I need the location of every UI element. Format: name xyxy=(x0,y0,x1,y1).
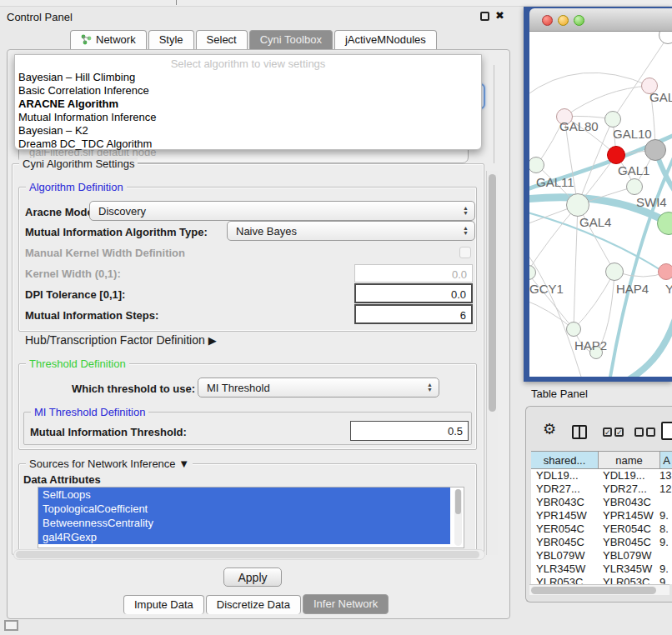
cell: YLR345W xyxy=(596,562,656,576)
table-row[interactable]: YLR053CYLR053C9 xyxy=(531,576,672,584)
threshold-definition-title: Threshold Definition xyxy=(26,358,129,370)
aracne-mode-value: Discovery xyxy=(98,205,146,218)
table-row[interactable]: YDL19...YDL19...13 xyxy=(531,469,672,482)
tab-network[interactable]: Network xyxy=(70,30,147,49)
settings-hscrollbar[interactable] xyxy=(13,549,485,560)
node-label-y: Y xyxy=(665,282,672,296)
collapsed-arrow-icon: ▶ xyxy=(208,334,217,347)
attributes-scrollbar-thumb[interactable] xyxy=(455,489,461,514)
sources-title-label: Sources for Network Inference xyxy=(29,458,176,470)
settings-scrollbar-thumb[interactable] xyxy=(489,174,496,412)
attributes-scrollbar[interactable] xyxy=(454,489,462,546)
document-icon[interactable] xyxy=(661,422,672,440)
mi-steps-input[interactable]: 6 xyxy=(354,304,473,324)
network-node-gal1[interactable] xyxy=(607,146,625,164)
zoom-traffic-light[interactable] xyxy=(574,15,584,26)
settings-scrollbar[interactable] xyxy=(486,171,498,555)
algorithm-option-bayesian-hill-climbing[interactable]: Bayesian – Hill Climbing xyxy=(15,71,481,84)
minimized-panel-icon[interactable] xyxy=(4,620,18,631)
which-threshold-label: Which threshold to use: xyxy=(72,382,195,395)
table-row[interactable]: YBR043CYBR043C xyxy=(531,496,672,509)
cell: YDL19... xyxy=(531,469,596,482)
attribute-betweennesscentrality[interactable]: BetweennessCentrality xyxy=(38,516,450,530)
expanded-arrow-icon: ▼ xyxy=(178,458,189,470)
network-node-gal4[interactable] xyxy=(566,193,589,217)
dpi-tolerance-input[interactable]: 0.0 xyxy=(354,283,473,303)
algorithm-option-dream8[interactable]: Dream8 DC_TDC Algorithm xyxy=(15,138,481,151)
close-traffic-light[interactable] xyxy=(542,15,553,26)
aracne-mode-combo[interactable]: Discovery ▲▼ xyxy=(89,201,475,221)
algorithm-option-mutual-information[interactable]: Mutual Information Inference xyxy=(15,111,481,124)
cell: YER054C xyxy=(531,522,596,536)
attribute-topologicalcoefficient[interactable]: TopologicalCoefficient xyxy=(38,502,450,516)
hub-definition-toggle[interactable]: Hub/Transcription Factor Definition ▶ xyxy=(25,333,217,347)
data-attributes-list[interactable]: SelfLoops TopologicalCoefficient Between… xyxy=(38,487,464,548)
columns-icon[interactable] xyxy=(572,425,587,439)
network-node-gal10[interactable] xyxy=(604,111,621,128)
manual-kernel-checkbox[interactable] xyxy=(459,247,471,258)
column-header-name[interactable]: name xyxy=(599,452,660,468)
algorithm-option-aracne[interactable]: ARACNE Algorithm xyxy=(15,98,481,111)
cell: YBR043C xyxy=(531,496,596,509)
network-node-swi4[interactable] xyxy=(626,178,643,195)
tab-select-label: Select xyxy=(207,33,237,46)
tab-style[interactable]: Style xyxy=(148,30,194,49)
attribute-gal4rgexp[interactable]: gal4RGexp xyxy=(38,530,450,544)
table-hscrollbar[interactable] xyxy=(529,584,669,595)
cell: YLR053C xyxy=(531,576,596,584)
apply-button[interactable]: Apply xyxy=(223,568,282,587)
algorithm-dropdown-placeholder: Select algorithm to view settings xyxy=(15,55,481,71)
network-window-titlebar[interactable] xyxy=(529,8,672,32)
network-node-hap2[interactable] xyxy=(566,322,581,337)
algorithm-definition-title: Algorithm Definition xyxy=(26,181,127,193)
tab-cyni-toolbox-label: Cyni Toolbox xyxy=(260,33,322,46)
tab-cyni-toolbox[interactable]: Cyni Toolbox xyxy=(249,30,333,49)
table-row[interactable]: YPR145WYPR145W9. xyxy=(531,509,672,522)
table-hscrollbar-thumb[interactable] xyxy=(531,587,656,594)
node-label-gal11: GAL11 xyxy=(536,175,574,189)
cell: YBL079W xyxy=(531,549,596,562)
cell: YDL19... xyxy=(596,469,656,482)
tab-discretize-data[interactable]: Discretize Data xyxy=(206,595,301,614)
column-header-shared[interactable]: shared... xyxy=(531,452,599,468)
mi-type-combo[interactable]: Naive Bayes ▲▼ xyxy=(227,221,475,241)
attribute-selfloops[interactable]: SelfLoops xyxy=(38,488,450,502)
tab-infer-network[interactable]: Infer Network xyxy=(303,594,389,614)
float-window-icon[interactable] xyxy=(480,12,489,21)
network-canvas[interactable]: GAL GAL80 GAL10 GAL1 GAL11 SWI4 GAL4 GCY… xyxy=(529,32,672,377)
table-row[interactable]: YBR045CYBR045C9. xyxy=(531,536,672,549)
settings-hscrollbar-thumb[interactable] xyxy=(16,551,479,558)
table-row[interactable]: YLR345WYLR345W9. xyxy=(531,562,672,576)
checked-checkbox-icon[interactable]: ✓ xyxy=(603,428,612,437)
network-node-gray[interactable] xyxy=(644,139,666,161)
algorithm-option-basic-correlation[interactable]: Basic Correlation Inference xyxy=(15,84,481,98)
table-row[interactable]: YER054CYER054C8. xyxy=(531,522,672,536)
checked-checkbox-icon[interactable]: ✓ xyxy=(614,428,624,437)
node-label-swi4: SWI4 xyxy=(636,195,667,209)
network-node-hap4[interactable] xyxy=(605,262,624,281)
kernel-width-input[interactable]: 0.0 xyxy=(354,264,473,282)
unchecked-checkbox-icon[interactable] xyxy=(634,428,644,437)
table-row[interactable]: YBL079WYBL079W xyxy=(531,549,672,562)
tab-jactivemnodules-label: jActiveMNodules xyxy=(345,33,426,46)
table-row[interactable]: YDR27...YDR27...12 xyxy=(531,482,672,496)
unchecked-checkbox-icon[interactable] xyxy=(646,428,655,437)
tab-style-label: Style xyxy=(159,33,183,46)
tab-impute-data[interactable]: Impute Data xyxy=(123,595,204,614)
minimize-traffic-light[interactable] xyxy=(558,15,569,26)
aracne-mode-label: Aracne Mode: xyxy=(25,206,97,218)
algorithm-option-bayesian-k2[interactable]: Bayesian – K2 xyxy=(15,124,481,138)
network-node-y[interactable] xyxy=(658,263,672,280)
sources-title[interactable]: Sources for Network Inference ▼ xyxy=(26,458,193,470)
tab-select[interactable]: Select xyxy=(196,30,248,49)
close-icon[interactable]: ✖ xyxy=(495,9,504,22)
gear-icon[interactable]: ⚙ xyxy=(543,420,556,438)
column-header-third[interactable]: A xyxy=(660,452,672,468)
which-threshold-combo[interactable]: MI Threshold ▲▼ xyxy=(198,378,439,398)
cell: YBR045C xyxy=(596,536,656,549)
hub-definition-label: Hub/Transcription Factor Definition xyxy=(25,333,205,347)
cell: YDR27... xyxy=(596,482,656,496)
mi-threshold-definition-title: MI Threshold Definition xyxy=(31,406,148,418)
mi-threshold-input[interactable]: 0.5 xyxy=(350,421,469,441)
tab-jactivemnodules[interactable]: jActiveMNodules xyxy=(334,30,437,49)
